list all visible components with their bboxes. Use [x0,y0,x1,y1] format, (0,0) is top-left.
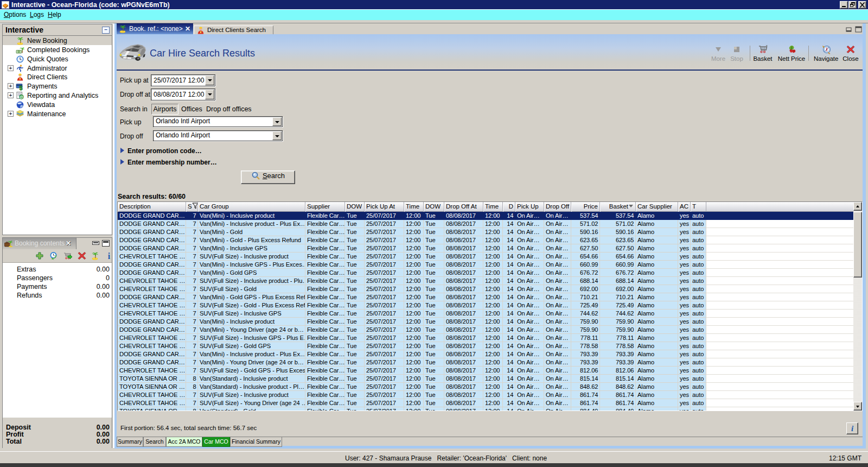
svg-text:$: $ [19,85,22,91]
svg-text:@: @ [20,94,23,99]
svg-text:i: i [108,251,111,260]
